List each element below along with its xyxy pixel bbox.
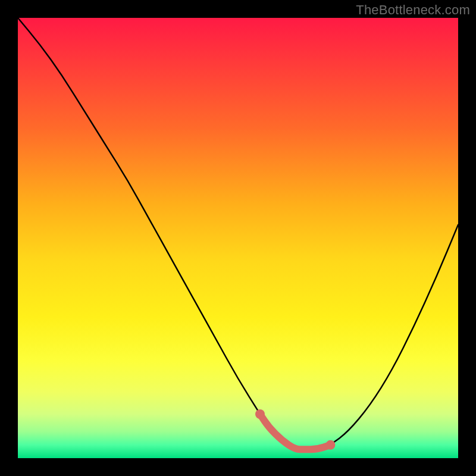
highlight-segment — [260, 414, 330, 449]
plot-area — [18, 18, 458, 458]
watermark-text: TheBottleneck.com — [356, 2, 470, 18]
curve-svg — [18, 18, 458, 458]
chart-frame: TheBottleneck.com — [0, 0, 476, 476]
highlight-dot — [325, 440, 335, 450]
bottleneck-curve — [18, 18, 458, 449]
highlight-dot — [255, 409, 265, 419]
